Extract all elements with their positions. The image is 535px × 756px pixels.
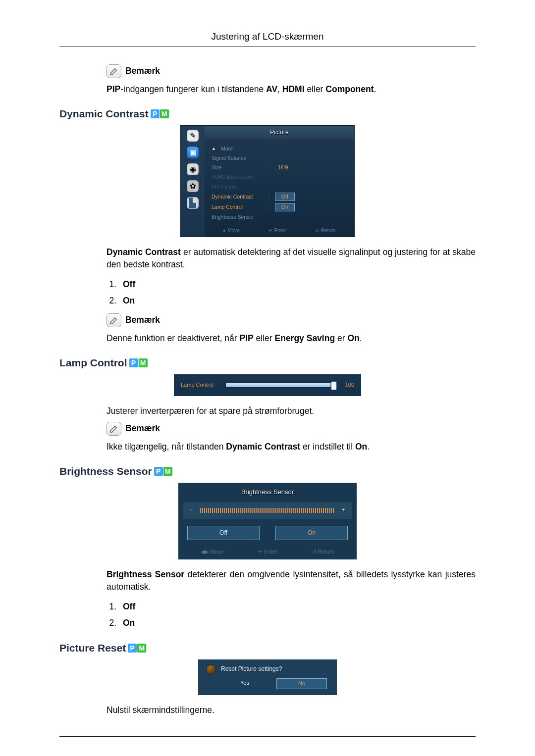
warning-icon <box>206 664 216 674</box>
bs-options-list: Off On <box>119 601 476 630</box>
reset-no-button[interactable]: No <box>276 678 327 689</box>
osd-row-more[interactable]: ▲More <box>212 144 347 153</box>
osd-row-signal-balance[interactable]: Signal Balance <box>212 153 347 163</box>
heading-dynamic-contrast: Dynamic Contrast P M <box>59 106 476 121</box>
header-rule <box>59 47 476 47</box>
pm-badges: P M <box>129 358 148 367</box>
osd-input-icon[interactable]: ✎ <box>187 130 199 142</box>
badge-p-icon: P <box>151 109 160 118</box>
badge-p-icon: P <box>154 467 163 476</box>
osd-row-brightness-sensor[interactable]: Brightness Sensor <box>212 212 347 222</box>
note-block-dc: Bemærk <box>107 313 476 327</box>
osd-brightness-sensor: Brightness Sensor − + Off On ◀▶ Move ↵ E… <box>178 483 357 559</box>
pencil-note-icon <box>107 313 121 327</box>
note-block: Bemærk <box>107 64 476 78</box>
bs-opt-off: Off <box>119 601 476 613</box>
lc-description: Justerer inverterpæren for at spare på s… <box>107 405 476 417</box>
heading-text: Picture Reset <box>59 641 126 655</box>
dc-options: Off On <box>119 278 476 307</box>
lamp-label: Lamp Control <box>181 381 219 389</box>
heading-text: Dynamic Contrast <box>59 106 149 121</box>
osd-row-lamp-control[interactable]: Lamp Control:On <box>212 202 347 212</box>
enter-glyph-icon: ↵ <box>258 549 263 554</box>
footer-rule <box>59 736 476 737</box>
osd-title: Picture <box>205 126 354 140</box>
osd-multi-icon[interactable]: ▙ <box>187 197 199 209</box>
pm-badges: P M <box>154 467 172 476</box>
page: Justering af LCD-skærmen Bemærk PIP-indg… <box>0 0 535 756</box>
move-glyph-icon: ◀▶ <box>201 549 209 554</box>
note-label: Bemærk <box>125 65 160 77</box>
osd-lamp-slider: Lamp Control 100 <box>174 374 361 396</box>
osd-selected-value-lc[interactable]: On <box>275 203 295 211</box>
bs-on-button[interactable]: On <box>275 526 348 540</box>
osd-picture-menu: ✎ ▣ ◉ ✿ ▙ Picture ▲More Signal Balance S… <box>180 125 355 237</box>
page-header: Justering af LCD-skærmen <box>59 30 476 47</box>
badge-p-icon: P <box>128 644 137 653</box>
bs-options: Off On <box>187 526 348 540</box>
lamp-value: 100 <box>340 381 354 389</box>
pr-description: Nulstil skærmindstillingerne. <box>107 704 476 716</box>
pm-badges: P M <box>151 109 169 118</box>
pencil-note-icon <box>107 422 121 436</box>
plus-icon[interactable]: + <box>340 506 347 514</box>
dc-opt-off: Off <box>119 278 476 291</box>
pm-badges: P M <box>128 644 146 653</box>
osd-reset-dialog: Reset Picture settings? Yes No <box>198 659 337 695</box>
note-block-lc: Bemærk <box>107 422 476 436</box>
osd-picture-icon[interactable]: ▣ <box>187 147 199 158</box>
osd-sound-icon[interactable]: ◉ <box>187 163 199 175</box>
heading-text: Brightness Sensor <box>59 464 152 479</box>
osd-selected-value[interactable]: Off <box>275 193 295 201</box>
move-glyph-icon: ♦ <box>223 227 225 235</box>
heading-brightness-sensor: Brightness Sensor P M <box>59 464 476 479</box>
minus-icon[interactable]: − <box>188 506 195 514</box>
note-text-lc-na: Ikke tilgængelig, når tilstanden Dynamic… <box>107 441 476 453</box>
osd-footer: ♦Move ↵Enter ↺Return <box>205 225 354 237</box>
heading-lamp-control: Lamp Control P M <box>59 355 476 370</box>
bs-description: Brightness Sensor detekterer den omgiven… <box>107 568 476 594</box>
note-text-pip-inputs: PIP-indgangen fungerer kun i tilstandene… <box>107 83 476 96</box>
pencil-note-icon <box>107 64 121 78</box>
dc-description: Dynamic Contrast er automatisk detekteri… <box>107 246 476 271</box>
lamp-slider-fill <box>226 383 330 387</box>
note-label: Bemærk <box>125 422 160 435</box>
badge-p-icon: P <box>129 358 138 367</box>
bs-off-button[interactable]: Off <box>187 526 260 540</box>
osd-row-hdmi-black-level: HDMI Black Level <box>212 172 347 182</box>
badge-m-icon: M <box>139 358 148 367</box>
up-arrow-icon: ▲ <box>212 146 216 152</box>
osd-sidebar: ✎ ▣ ◉ ✿ ▙ <box>181 126 205 237</box>
lamp-slider-track[interactable] <box>225 383 334 388</box>
lamp-slider-thumb[interactable] <box>331 381 337 390</box>
reset-yes-button[interactable]: Yes <box>220 678 269 689</box>
badge-m-icon: M <box>163 467 172 476</box>
badge-m-icon: M <box>160 109 169 118</box>
return-glyph-icon: ↺ <box>315 227 319 235</box>
note-label: Bemærk <box>125 314 160 326</box>
osd-setup-icon[interactable]: ✿ <box>187 180 199 192</box>
dc-opt-on: On <box>119 295 476 307</box>
bs-title: Brightness Sensor <box>178 486 357 502</box>
bs-slider[interactable]: − + <box>183 502 352 518</box>
osd-row-pip-picture: PIP Picture <box>212 182 347 192</box>
note-text-dc-disabled: Denne funktion er deaktiveret, når PIP e… <box>107 332 476 345</box>
enter-glyph-icon: ↵ <box>268 227 272 235</box>
return-glyph-icon: ↺ <box>312 549 317 554</box>
heading-picture-reset: Picture Reset P M <box>59 641 476 655</box>
osd-row-size[interactable]: Size:16:9 <box>212 163 347 172</box>
bs-bar[interactable] <box>200 508 335 513</box>
reset-prompt: Reset Picture settings? <box>221 665 282 673</box>
bs-footer: ◀▶ Move ↵ Enter ↺ Return <box>178 546 357 559</box>
heading-text: Lamp Control <box>59 355 127 370</box>
badge-m-icon: M <box>137 644 146 653</box>
bs-opt-on: On <box>119 617 476 629</box>
osd-row-dynamic-contrast[interactable]: Dynamic Contrast:Off <box>212 192 347 202</box>
